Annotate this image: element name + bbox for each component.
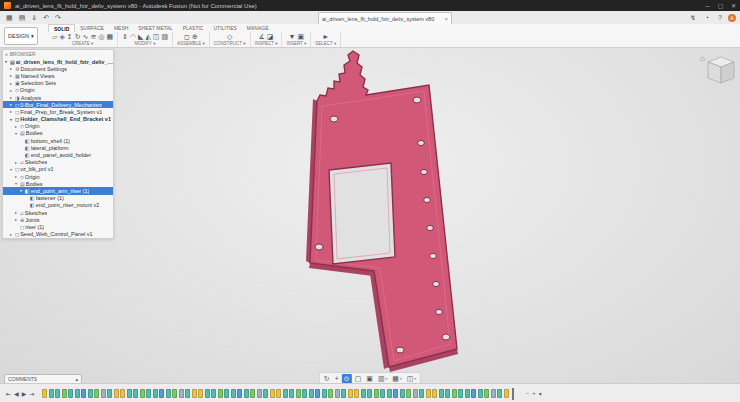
browser-row[interactable]: ▸▦Named Views bbox=[3, 72, 113, 79]
document-tab-close-icon[interactable]: × bbox=[444, 16, 448, 22]
timeline-feature-icon[interactable] bbox=[179, 389, 184, 398]
timeline-options-icon[interactable]: ▾ bbox=[539, 390, 542, 397]
timeline-feature-icon[interactable] bbox=[471, 389, 476, 398]
timeline-feature-icon[interactable] bbox=[257, 389, 262, 398]
job-status-icon[interactable]: ↯ bbox=[690, 11, 696, 24]
browser-row[interactable]: ◧lateral_platform bbox=[3, 144, 113, 151]
browser-row[interactable]: ▸⚙Document Settings bbox=[3, 65, 113, 72]
timeline-feature-icon[interactable] bbox=[458, 389, 463, 398]
timeline-position-marker[interactable] bbox=[512, 388, 514, 400]
redo-icon[interactable]: ↷ bbox=[55, 11, 61, 24]
timeline-feature-icon[interactable] bbox=[419, 389, 424, 398]
browser-row[interactable]: ▾◧end_point_arm_riser (1) bbox=[3, 187, 113, 194]
timeline-feature-icon[interactable] bbox=[465, 389, 470, 398]
app-grid-icon[interactable]: ▦ bbox=[6, 11, 13, 24]
timeline-zoom-out-icon[interactable]: − bbox=[526, 390, 530, 397]
browser-row[interactable]: ▸◇Origin bbox=[3, 173, 113, 180]
timeline-feature-icon[interactable] bbox=[302, 389, 307, 398]
timeline-feature-icon[interactable] bbox=[133, 389, 138, 398]
browser-row[interactable]: ▾▤Bodies bbox=[3, 130, 113, 137]
browser-row[interactable]: ◧fastener (1) bbox=[3, 195, 113, 202]
timeline-feature-icon[interactable] bbox=[88, 389, 93, 398]
timeline-feature-icon[interactable] bbox=[348, 389, 353, 398]
timeline-feature-icon[interactable] bbox=[107, 389, 112, 398]
timeline-feature-icon[interactable] bbox=[296, 389, 301, 398]
minimize-button[interactable]: ─ bbox=[701, 3, 714, 9]
viewcube-home-icon[interactable]: ⌂ bbox=[700, 54, 705, 63]
model-viewport[interactable]: « BROWSER ▾▤ai_driven_lens_flt_hold_fxtr… bbox=[0, 47, 740, 383]
timeline-feature-icon[interactable] bbox=[81, 389, 86, 398]
notifications-icon[interactable]: ◔ bbox=[705, 11, 709, 24]
timeline-feature-icon[interactable] bbox=[120, 389, 125, 398]
timeline-feature-icon[interactable] bbox=[309, 389, 314, 398]
timeline-feature-icon[interactable] bbox=[172, 389, 177, 398]
ribbon-group-label-inspect[interactable]: INSPECT ▾ bbox=[255, 41, 278, 47]
close-button[interactable]: ✕ bbox=[727, 2, 740, 9]
user-avatar[interactable]: A bbox=[728, 14, 736, 22]
measure-icon[interactable]: ∡ bbox=[259, 32, 265, 41]
timeline-feature-icon[interactable] bbox=[140, 389, 145, 398]
timeline-feature-icon[interactable] bbox=[497, 389, 502, 398]
new-component-icon[interactable]: ◻ bbox=[184, 32, 190, 41]
timeline-feature-icon[interactable] bbox=[367, 389, 372, 398]
timeline-feature-icon[interactable] bbox=[400, 389, 405, 398]
timeline-feature-icon[interactable] bbox=[354, 389, 359, 398]
timeline-feature-icon[interactable] bbox=[328, 389, 333, 398]
pattern-icon[interactable]: ▦ bbox=[106, 32, 113, 41]
browser-row[interactable]: ▸▱Sketches bbox=[3, 159, 113, 166]
browser-row[interactable]: ▾◻Holder_Clamshell_End_Bracket v1 bbox=[3, 116, 113, 123]
browser-row[interactable]: ▾▤Bodies bbox=[3, 180, 113, 187]
timeline-feature-icon[interactable] bbox=[406, 389, 411, 398]
timeline-feature-icon[interactable] bbox=[68, 389, 73, 398]
timeline-feature-icon[interactable] bbox=[439, 389, 444, 398]
select-icon[interactable]: ► bbox=[322, 32, 329, 41]
timeline-feature-icon[interactable] bbox=[55, 389, 60, 398]
browser-row[interactable]: ▸◨Analysis bbox=[3, 94, 113, 101]
insert-derive-icon[interactable]: ▼ bbox=[289, 32, 296, 41]
browser-row[interactable]: ▸◇Origin bbox=[3, 123, 113, 130]
timeline-feature-icon[interactable] bbox=[452, 389, 457, 398]
browser-row[interactable]: ▸◻Seed_Web_Control_Panel v1 bbox=[3, 231, 113, 238]
timeline-feature-icon[interactable] bbox=[387, 389, 392, 398]
timeline-feature-icon[interactable] bbox=[237, 389, 242, 398]
timeline-feature-icon[interactable] bbox=[224, 389, 229, 398]
browser-row[interactable]: ▸◇Origin bbox=[3, 87, 113, 94]
browser-row[interactable]: ▸◻0-Bot_Final_Delivery_Mechanism bbox=[3, 101, 113, 108]
timeline-feature-icon[interactable] bbox=[380, 389, 385, 398]
timeline-feature-icon[interactable] bbox=[146, 389, 151, 398]
ribbon-group-label-construct[interactable]: CONSTRUCT ▾ bbox=[214, 41, 246, 47]
extrude-icon[interactable]: ↥ bbox=[67, 32, 73, 41]
ribbon-tab-plastic[interactable]: PLASTIC bbox=[178, 24, 209, 32]
browser-row[interactable]: ◻riser (1) bbox=[3, 223, 113, 230]
view-cube[interactable]: ⌂ bbox=[700, 49, 738, 87]
timeline-feature-icon[interactable] bbox=[192, 389, 197, 398]
save-icon[interactable]: ⇓ bbox=[31, 11, 37, 24]
ribbon-group-label-insert[interactable]: INSERT ▾ bbox=[286, 41, 306, 47]
construction-plane-icon[interactable]: ◇ bbox=[227, 32, 232, 41]
timeline-feature-icon[interactable] bbox=[504, 389, 509, 398]
ribbon-group-label-select[interactable]: SELECT ▾ bbox=[315, 41, 336, 47]
fillet-icon[interactable]: ◠ bbox=[130, 32, 136, 41]
loft-icon[interactable]: ≋ bbox=[90, 32, 96, 41]
file-new-icon[interactable]: ▤ bbox=[19, 11, 26, 24]
go-to-start-icon[interactable]: ⇤ bbox=[6, 390, 11, 397]
combine-icon[interactable]: ◫ bbox=[153, 32, 160, 41]
revolve-icon[interactable]: ↻ bbox=[75, 32, 81, 41]
timeline-zoom-in-icon[interactable]: + bbox=[532, 390, 536, 397]
form-icon[interactable]: ◈ bbox=[59, 32, 64, 41]
timeline-feature-icon[interactable] bbox=[341, 389, 346, 398]
undo-icon[interactable]: ↶ bbox=[43, 11, 49, 24]
ribbon-group-label-modify[interactable]: MODIFY ▾ bbox=[135, 41, 156, 47]
timeline-feature-icon[interactable] bbox=[263, 389, 268, 398]
joint-icon[interactable]: ⊕ bbox=[192, 32, 198, 41]
timeline-feature-icon[interactable] bbox=[114, 389, 119, 398]
sketch-icon[interactable]: ▱ bbox=[52, 32, 57, 41]
ribbon-group-label-assemble[interactable]: ASSEMBLE ▾ bbox=[177, 41, 205, 47]
timeline-feature-icon[interactable] bbox=[270, 389, 275, 398]
timeline-feature-icon[interactable] bbox=[101, 389, 106, 398]
timeline-feature-icon[interactable] bbox=[205, 389, 210, 398]
ribbon-tab-sheet-metal[interactable]: SHEET METAL bbox=[133, 24, 177, 32]
timeline-feature-icon[interactable] bbox=[445, 389, 450, 398]
press-pull-icon[interactable]: ⇕ bbox=[122, 32, 128, 41]
timeline-feature-icon[interactable] bbox=[211, 389, 216, 398]
